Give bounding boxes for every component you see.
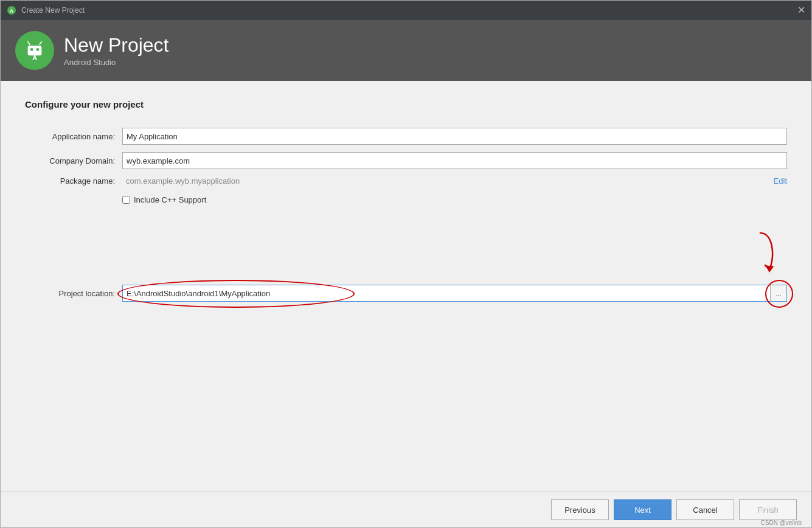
application-name-input[interactable] bbox=[122, 128, 787, 145]
close-button[interactable]: ✕ bbox=[797, 5, 805, 15]
previous-button[interactable]: Previous bbox=[551, 499, 609, 520]
title-bar-text: Create New Project bbox=[21, 6, 85, 15]
finish-button[interactable]: Finish bbox=[739, 499, 797, 520]
svg-text:A: A bbox=[10, 8, 14, 14]
cpp-support-checkbox[interactable] bbox=[122, 196, 130, 204]
create-new-project-window: A Create New Project ✕ A New Project And… bbox=[0, 0, 812, 528]
project-location-row: Project location: ... bbox=[25, 285, 787, 302]
application-name-label: Application name: bbox=[25, 132, 122, 141]
edit-link[interactable]: Edit bbox=[774, 176, 787, 186]
package-name-label: Package name: bbox=[25, 176, 122, 186]
next-button[interactable]: Next bbox=[614, 499, 671, 520]
svg-marker-9 bbox=[765, 265, 774, 273]
header-text: New Project Android Studio bbox=[64, 34, 169, 67]
logo-svg: A bbox=[19, 35, 50, 66]
package-name-display: com.example.wyb.myapplication Edit bbox=[122, 176, 787, 186]
header-subtitle: Android Studio bbox=[64, 58, 169, 67]
cpp-support-row: Include C++ Support bbox=[122, 195, 787, 204]
svg-point-5 bbox=[36, 48, 39, 51]
title-bar: A Create New Project ✕ bbox=[1, 1, 811, 20]
header: A New Project Android Studio bbox=[1, 20, 811, 81]
browse-button-wrapper: ... bbox=[770, 285, 787, 302]
browse-button[interactable]: ... bbox=[770, 285, 787, 302]
cancel-button[interactable]: Cancel bbox=[676, 499, 734, 520]
android-studio-logo: A bbox=[15, 31, 54, 70]
svg-text:A: A bbox=[32, 54, 37, 61]
package-name-row: Package name: com.example.wyb.myapplicat… bbox=[25, 176, 787, 186]
svg-point-4 bbox=[30, 48, 33, 51]
main-content: Configure your new project Application n… bbox=[1, 81, 811, 492]
red-arrow-annotation bbox=[742, 230, 779, 279]
company-domain-row: Company Domain: bbox=[25, 152, 787, 169]
project-location-input[interactable] bbox=[122, 285, 770, 302]
form-area: Application name: Company Domain: Packag… bbox=[25, 128, 787, 212]
company-domain-input[interactable] bbox=[122, 152, 787, 169]
package-name-value: com.example.wyb.myapplication bbox=[122, 176, 769, 186]
company-domain-label: Company Domain: bbox=[25, 156, 122, 165]
footer: Previous Next Cancel Finish CSDN @velinb bbox=[1, 492, 811, 527]
cpp-support-label: Include C++ Support bbox=[134, 195, 206, 204]
android-studio-icon: A bbox=[7, 5, 16, 15]
project-location-label: Project location: bbox=[25, 289, 122, 298]
project-title: New Project bbox=[64, 34, 169, 57]
section-title: Configure your new project bbox=[25, 99, 787, 109]
location-input-wrapper: ... bbox=[122, 285, 787, 302]
application-name-row: Application name: bbox=[25, 128, 787, 145]
footer-credit: CSDN @velinb bbox=[761, 519, 802, 526]
title-bar-left: A Create New Project bbox=[7, 5, 85, 15]
